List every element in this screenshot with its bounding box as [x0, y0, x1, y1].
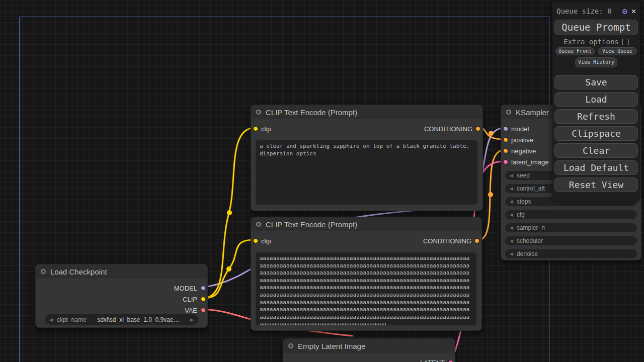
extra-options-checkbox[interactable] [622, 39, 629, 45]
left-arrow-icon[interactable]: ◀ [510, 173, 513, 178]
link-dot[interactable] [227, 210, 232, 215]
collapse-dot-icon[interactable] [41, 269, 46, 274]
scheduler-widget[interactable]: ◀ scheduler [505, 236, 637, 245]
slot-label-vae: VAE [185, 307, 197, 314]
negative-input-slot[interactable] [503, 148, 508, 153]
view-history-button[interactable]: View History [575, 57, 617, 67]
queue-prompt-button[interactable]: Queue Prompt [554, 20, 638, 35]
slot-label-negative: negative [511, 147, 536, 155]
refresh-button[interactable]: Refresh [554, 109, 638, 124]
denoise-widget[interactable]: ◀ denoise [505, 249, 637, 258]
node-title-bar[interactable]: CLIP Text Encode (Prompt) [251, 105, 482, 119]
queue-front-button[interactable]: Queue Front [555, 47, 595, 55]
prompt-text-widget[interactable]: a clear and sparkling sapphire on top of… [256, 140, 477, 205]
widget-name: seed [517, 172, 530, 179]
slot-label-positive: positive [511, 136, 533, 144]
slot-label-clip: clip [261, 237, 271, 245]
slot-label-conditioning: CONDITIONING [423, 237, 471, 245]
node-clip-text-encode-2[interactable]: CLIP Text Encode (Prompt) clip CONDITION… [251, 217, 482, 331]
vae-output-slot[interactable] [201, 308, 206, 313]
slot-label-clip: clip [261, 125, 271, 133]
clip-input-slot[interactable] [253, 126, 258, 131]
comfyui-menu: Queue size: 0 ⚙ ✕ Queue Prompt Extra opt… [552, 2, 640, 201]
slot-label-model: MODEL [174, 285, 197, 292]
left-arrow-icon[interactable]: ◀ [510, 251, 513, 256]
link-dot[interactable] [488, 192, 493, 197]
left-arrow-icon[interactable]: ◀ [510, 199, 513, 204]
node-empty-latent-image[interactable]: Empty Latent Image LATENT [283, 338, 455, 362]
collapse-dot-icon[interactable] [288, 343, 293, 348]
widget-name: cfg [517, 211, 525, 218]
slot-label-latent-image: latent_image [511, 158, 548, 166]
clipspace-button[interactable]: Clipspace [554, 126, 638, 141]
extra-options-row: Extra options [553, 38, 639, 46]
prompt-text-widget[interactable]: aaaaaaaaaaaaaaaaaaaaaaaaaaaaaaaaaaaaaaaa… [256, 252, 476, 325]
node-title: KSampler [516, 108, 549, 117]
node-title: CLIP Text Encode (Prompt) [266, 108, 357, 117]
reset-view-button[interactable]: Reset View [554, 177, 638, 192]
slot-label-model: model [511, 125, 529, 133]
ckpt-name-widget[interactable]: ◀ ckpt_name sdxl\sd_xl_base_1.0_0.9vae… … [45, 314, 198, 325]
clip-output-slot[interactable] [201, 297, 206, 302]
load-default-button[interactable]: Load Default [554, 160, 638, 175]
model-input-slot[interactable] [503, 126, 508, 131]
left-arrow-icon[interactable]: ◀ [510, 238, 513, 243]
link-dot[interactable] [489, 131, 494, 136]
conditioning-output-slot[interactable] [474, 238, 479, 243]
sampler-name-widget[interactable]: ◀ sampler_n [505, 223, 637, 232]
widget-name: scheduler [517, 237, 543, 244]
node-title-bar[interactable]: Load Checkpoint [36, 264, 207, 279]
widget-name: ckpt_name [57, 316, 87, 323]
node-title: CLIP Text Encode (Prompt) [266, 220, 357, 229]
slot-label-conditioning: CONDITIONING [424, 125, 472, 133]
collapse-dot-icon[interactable] [506, 110, 511, 115]
widget-name: control_aft [517, 185, 545, 192]
right-arrow-icon[interactable]: ▶ [190, 317, 194, 322]
widget-name: denoise [517, 250, 538, 257]
widget-value: sdxl\sd_xl_base_1.0_0.9vae… [91, 316, 186, 323]
collapse-dot-icon[interactable] [256, 222, 261, 227]
node-title-bar[interactable]: CLIP Text Encode (Prompt) [251, 217, 481, 231]
slot-label-latent: LATENT [420, 359, 445, 362]
load-button[interactable]: Load [554, 92, 638, 107]
left-arrow-icon[interactable]: ◀ [510, 186, 513, 191]
left-arrow-icon[interactable]: ◀ [510, 225, 513, 230]
widget-name: steps [517, 198, 531, 205]
conditioning-output-slot[interactable] [475, 126, 480, 131]
node-clip-text-encode-1[interactable]: CLIP Text Encode (Prompt) clip CONDITION… [251, 105, 483, 211]
close-icon[interactable]: ✕ [631, 8, 636, 15]
menu-header: Queue size: 0 ⚙ ✕ [553, 5, 639, 17]
link-dot[interactable] [226, 266, 231, 272]
node-load-checkpoint[interactable]: Load Checkpoint MODEL CLIP VAE ◀ ckpt_na… [35, 264, 208, 328]
node-title: Load Checkpoint [50, 267, 107, 276]
node-title: Empty Latent Image [298, 342, 365, 350]
latent-image-input-slot[interactable] [503, 159, 508, 164]
positive-input-slot[interactable] [503, 137, 508, 142]
extra-options-label: Extra options [564, 38, 619, 46]
collapse-dot-icon[interactable] [256, 110, 261, 115]
cfg-widget[interactable]: ◀ cfg [505, 210, 637, 219]
slot-label-clip: CLIP [183, 296, 197, 303]
comfyui-canvas[interactable]: CLIP Text Encode (Prompt) clip CONDITION… [0, 0, 644, 362]
left-arrow-icon[interactable]: ◀ [49, 317, 53, 322]
latent-output-slot[interactable] [448, 360, 453, 362]
queue-size-label: Queue size: 0 [556, 7, 618, 15]
widget-name: sampler_n [517, 224, 545, 231]
clear-button[interactable]: Clear [554, 143, 638, 158]
save-button[interactable]: Save [554, 75, 638, 89]
view-queue-button[interactable]: View Queue [598, 47, 637, 55]
left-arrow-icon[interactable]: ◀ [510, 212, 513, 217]
model-output-slot[interactable] [201, 286, 206, 291]
queue-buttons-row: Queue Front View Queue [553, 47, 639, 55]
node-title-bar[interactable]: Empty Latent Image [283, 339, 455, 353]
settings-gear-icon[interactable]: ⚙ [622, 7, 627, 16]
clip-input-slot[interactable] [253, 238, 258, 243]
